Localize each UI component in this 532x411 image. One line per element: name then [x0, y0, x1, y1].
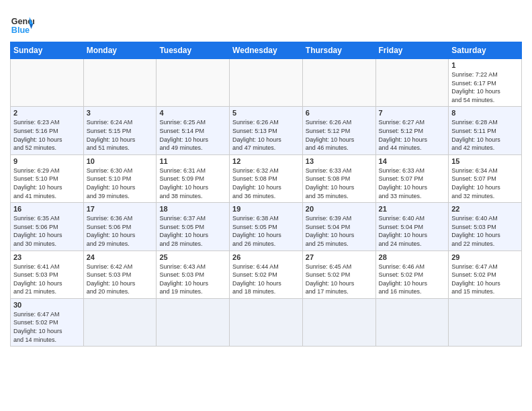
calendar-header-sunday: Sunday: [11, 42, 84, 59]
calendar-cell: 9Sunrise: 6:29 AM Sunset: 5:10 PM Daylig…: [11, 154, 84, 202]
calendar-header-row: SundayMondayTuesdayWednesdayThursdayFrid…: [11, 42, 522, 59]
day-info: Sunrise: 6:29 AM Sunset: 5:10 PM Dayligh…: [13, 167, 81, 200]
day-number: 12: [232, 157, 300, 165]
calendar-cell: 25Sunrise: 6:43 AM Sunset: 5:03 PM Dayli…: [157, 250, 230, 298]
day-info: Sunrise: 6:23 AM Sunset: 5:16 PM Dayligh…: [13, 118, 81, 152]
day-number: 7: [379, 109, 446, 117]
day-info: Sunrise: 6:38 AM Sunset: 5:05 PM Dayligh…: [232, 214, 300, 248]
day-number: 1: [451, 61, 519, 69]
header: General Blue: [10, 7, 522, 36]
calendar-cell: [83, 59, 157, 107]
day-info: Sunrise: 6:24 AM Sunset: 5:15 PM Dayligh…: [87, 118, 154, 152]
day-number: 19: [232, 205, 300, 213]
day-number: 23: [13, 253, 81, 261]
day-number: 25: [159, 253, 226, 261]
day-number: 18: [159, 205, 226, 213]
day-info: Sunrise: 6:26 AM Sunset: 5:12 PM Dayligh…: [306, 118, 373, 152]
calendar-header-saturday: Saturday: [449, 42, 522, 59]
calendar-week-row: 16Sunrise: 6:35 AM Sunset: 5:06 PM Dayli…: [11, 203, 522, 250]
day-number: 6: [306, 109, 373, 117]
day-info: Sunrise: 6:42 AM Sunset: 5:03 PM Dayligh…: [87, 263, 154, 296]
page: General Blue SundayMondayTuesdayWednesda…: [0, 0, 532, 357]
day-number: 17: [87, 205, 154, 213]
day-number: 2: [13, 109, 81, 117]
calendar-cell: [375, 298, 449, 346]
day-number: 26: [232, 253, 300, 261]
day-info: Sunrise: 6:45 AM Sunset: 5:02 PM Dayligh…: [306, 263, 373, 296]
day-info: Sunrise: 6:33 AM Sunset: 5:07 PM Dayligh…: [379, 167, 446, 200]
calendar-header-tuesday: Tuesday: [157, 42, 230, 59]
calendar-cell: 20Sunrise: 6:39 AM Sunset: 5:04 PM Dayli…: [302, 203, 375, 250]
calendar-cell: 12Sunrise: 6:32 AM Sunset: 5:08 PM Dayli…: [230, 154, 303, 202]
calendar-cell: 21Sunrise: 6:40 AM Sunset: 5:04 PM Dayli…: [375, 203, 449, 250]
day-info: Sunrise: 6:44 AM Sunset: 5:02 PM Dayligh…: [232, 263, 300, 296]
day-info: Sunrise: 6:35 AM Sunset: 5:06 PM Dayligh…: [13, 214, 81, 248]
calendar-week-row: 9Sunrise: 6:29 AM Sunset: 5:10 PM Daylig…: [11, 154, 522, 202]
day-number: 28: [379, 253, 446, 261]
day-info: Sunrise: 6:46 AM Sunset: 5:02 PM Dayligh…: [379, 263, 446, 296]
calendar-week-row: 2Sunrise: 6:23 AM Sunset: 5:16 PM Daylig…: [11, 107, 522, 154]
day-info: Sunrise: 6:30 AM Sunset: 5:10 PM Dayligh…: [87, 167, 154, 200]
calendar-cell: 8Sunrise: 6:28 AM Sunset: 5:11 PM Daylig…: [449, 107, 522, 154]
day-number: 30: [13, 301, 81, 309]
day-number: 11: [159, 157, 226, 165]
day-number: 21: [379, 205, 446, 213]
day-info: Sunrise: 6:41 AM Sunset: 5:03 PM Dayligh…: [13, 263, 81, 296]
day-info: Sunrise: 6:27 AM Sunset: 5:12 PM Dayligh…: [379, 118, 446, 152]
calendar-cell: [375, 59, 449, 107]
calendar-cell: 15Sunrise: 6:34 AM Sunset: 5:07 PM Dayli…: [449, 154, 522, 202]
calendar-cell: 7Sunrise: 6:27 AM Sunset: 5:12 PM Daylig…: [375, 107, 449, 154]
day-info: Sunrise: 6:37 AM Sunset: 5:05 PM Dayligh…: [159, 214, 226, 248]
calendar-cell: [11, 59, 84, 107]
day-info: Sunrise: 6:28 AM Sunset: 5:11 PM Dayligh…: [451, 118, 519, 152]
day-info: Sunrise: 6:36 AM Sunset: 5:06 PM Dayligh…: [87, 214, 154, 248]
day-number: 13: [306, 157, 373, 165]
calendar-week-row: 23Sunrise: 6:41 AM Sunset: 5:03 PM Dayli…: [11, 250, 522, 298]
day-number: 29: [451, 253, 519, 261]
day-info: Sunrise: 6:31 AM Sunset: 5:09 PM Dayligh…: [159, 167, 226, 200]
calendar-cell: [230, 298, 303, 346]
calendar-cell: 26Sunrise: 6:44 AM Sunset: 5:02 PM Dayli…: [230, 250, 303, 298]
calendar-cell: [302, 59, 375, 107]
day-info: Sunrise: 6:33 AM Sunset: 5:08 PM Dayligh…: [306, 167, 373, 200]
logo-icon: General Blue: [10, 12, 34, 36]
day-number: 15: [451, 157, 519, 165]
day-number: 5: [232, 109, 300, 117]
calendar-header-thursday: Thursday: [302, 42, 375, 59]
calendar-cell: [83, 298, 157, 346]
day-info: Sunrise: 6:43 AM Sunset: 5:03 PM Dayligh…: [159, 263, 226, 296]
calendar-cell: 13Sunrise: 6:33 AM Sunset: 5:08 PM Dayli…: [302, 154, 375, 202]
calendar-cell: 10Sunrise: 6:30 AM Sunset: 5:10 PM Dayli…: [83, 154, 157, 202]
calendar-cell: 19Sunrise: 6:38 AM Sunset: 5:05 PM Dayli…: [230, 203, 303, 250]
day-info: Sunrise: 6:40 AM Sunset: 5:03 PM Dayligh…: [451, 214, 519, 248]
calendar-cell: 5Sunrise: 6:26 AM Sunset: 5:13 PM Daylig…: [230, 107, 303, 154]
calendar-cell: 1Sunrise: 7:22 AM Sunset: 6:17 PM Daylig…: [449, 59, 522, 107]
calendar-cell: [230, 59, 303, 107]
day-info: Sunrise: 6:34 AM Sunset: 5:07 PM Dayligh…: [451, 167, 519, 200]
day-number: 22: [451, 205, 519, 213]
calendar-cell: 11Sunrise: 6:31 AM Sunset: 5:09 PM Dayli…: [157, 154, 230, 202]
calendar-header-monday: Monday: [83, 42, 157, 59]
calendar: SundayMondayTuesdayWednesdayThursdayFrid…: [10, 42, 522, 347]
calendar-cell: 22Sunrise: 6:40 AM Sunset: 5:03 PM Dayli…: [449, 203, 522, 250]
calendar-cell: 17Sunrise: 6:36 AM Sunset: 5:06 PM Dayli…: [83, 203, 157, 250]
day-info: Sunrise: 6:47 AM Sunset: 5:02 PM Dayligh…: [13, 310, 81, 344]
day-number: 14: [379, 157, 446, 165]
calendar-cell: [157, 59, 230, 107]
day-number: 16: [13, 205, 81, 213]
calendar-cell: 29Sunrise: 6:47 AM Sunset: 5:02 PM Dayli…: [449, 250, 522, 298]
svg-marker-3: [30, 24, 33, 29]
calendar-header-wednesday: Wednesday: [230, 42, 303, 59]
calendar-cell: 23Sunrise: 6:41 AM Sunset: 5:03 PM Dayli…: [11, 250, 84, 298]
calendar-cell: [449, 298, 522, 346]
calendar-cell: 2Sunrise: 6:23 AM Sunset: 5:16 PM Daylig…: [11, 107, 84, 154]
day-info: Sunrise: 6:26 AM Sunset: 5:13 PM Dayligh…: [232, 118, 300, 152]
day-number: 3: [87, 109, 154, 117]
day-number: 4: [159, 109, 226, 117]
calendar-cell: 14Sunrise: 6:33 AM Sunset: 5:07 PM Dayli…: [375, 154, 449, 202]
day-info: Sunrise: 6:32 AM Sunset: 5:08 PM Dayligh…: [232, 167, 300, 200]
calendar-cell: 24Sunrise: 6:42 AM Sunset: 5:03 PM Dayli…: [83, 250, 157, 298]
day-number: 27: [306, 253, 373, 261]
calendar-cell: [157, 298, 230, 346]
calendar-cell: 27Sunrise: 6:45 AM Sunset: 5:02 PM Dayli…: [302, 250, 375, 298]
